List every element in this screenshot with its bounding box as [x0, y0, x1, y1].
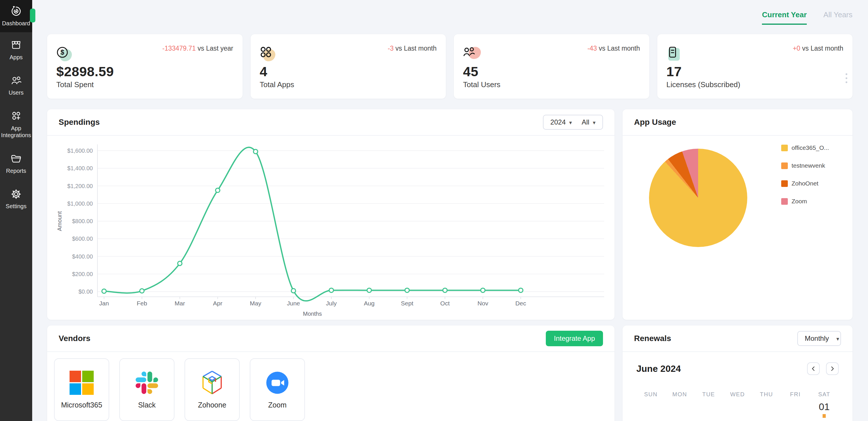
main-content: Current Year All Years $ -133479.71 vs L…	[32, 0, 868, 421]
sidebar-item-label: Dashboard	[2, 20, 30, 27]
delta-note: -3 vs Last month	[388, 44, 437, 52]
stat-label: Total Spent	[56, 80, 94, 89]
vendor-tile-zohoone[interactable]: Zohoone	[185, 358, 240, 421]
calendar-month-label: June 2024	[636, 363, 681, 374]
renewals-header: Renewals Monthly	[623, 326, 852, 352]
svg-text:Mar: Mar	[175, 300, 185, 306]
weekday-label: WED	[723, 391, 752, 398]
legend-swatch	[781, 145, 788, 151]
stat-label: Total Apps	[260, 80, 294, 89]
stat-card-licenses: +0 vs Last month 17 Licenses (Subscribed…	[657, 34, 853, 99]
spendings-filters: 2024 All	[543, 115, 603, 130]
bottom-row: Vendors Integrate App Microsoft365	[47, 326, 852, 421]
legend-item[interactable]: ZohoOnet	[781, 180, 829, 187]
card-title: Renewals	[634, 334, 671, 343]
delta-note: +0 vs Last month	[793, 44, 843, 52]
calendar-day-row: 01	[636, 401, 839, 418]
sidebar-item-app-integrations[interactable]: App Integrations	[0, 103, 32, 146]
period-dropdown[interactable]: Monthly	[797, 331, 841, 346]
renewals-card: Renewals Monthly June 2024	[623, 326, 852, 421]
legend-label: Zoom	[792, 198, 807, 205]
renewal-marker	[823, 414, 826, 418]
chevron-down-icon	[836, 334, 839, 342]
legend-item[interactable]: office365_O...	[781, 144, 829, 151]
sidebar-item-apps[interactable]: Apps	[0, 32, 32, 67]
svg-text:$0.00: $0.00	[79, 289, 93, 295]
stat-label: Licenses (Subscribed)	[666, 80, 740, 89]
svg-text:$: $	[61, 49, 64, 56]
weekday-label: THU	[752, 391, 781, 398]
legend-item[interactable]: Zoom	[781, 198, 829, 205]
integrate-app-button[interactable]: Integrate App	[546, 331, 603, 346]
calendar-next-button[interactable]	[826, 362, 839, 375]
active-indicator	[30, 9, 35, 23]
tab-all-years[interactable]: All Years	[824, 10, 852, 25]
svg-text:$1,000.00: $1,000.00	[67, 201, 93, 207]
day-number: 01	[810, 401, 839, 412]
stat-value: 4	[260, 64, 268, 79]
vendor-tile-slack[interactable]: Slack	[119, 358, 175, 421]
stat-label: Total Users	[463, 80, 500, 89]
tab-current-year[interactable]: Current Year	[762, 10, 807, 25]
stat-value: 17	[666, 64, 682, 79]
svg-text:Amount: Amount	[56, 211, 63, 231]
chevron-right-icon	[829, 365, 836, 372]
stat-value: $2898.59	[56, 64, 114, 79]
sidebar-item-label: Settings	[6, 203, 26, 210]
vendor-name: Microsoft365	[61, 401, 102, 409]
svg-text:Apr: Apr	[213, 300, 222, 306]
svg-text:$1,400.00: $1,400.00	[67, 165, 93, 171]
spendings-card: Spendings 2024 All $0.00$200.00$400.00$6…	[47, 109, 615, 320]
svg-text:$600.00: $600.00	[72, 236, 93, 242]
weekday-label: MON	[665, 391, 694, 398]
legend-item[interactable]: testnewvenk	[781, 162, 829, 169]
year-filter-value: 2024	[550, 118, 566, 126]
sidebar-item-users[interactable]: Users	[0, 67, 32, 103]
svg-text:$400.00: $400.00	[72, 253, 93, 260]
microsoft-logo	[69, 370, 94, 395]
scope-filter-dropdown[interactable]: All	[582, 118, 595, 126]
legend-swatch	[781, 180, 788, 187]
zohoone-cube-logo	[200, 370, 224, 395]
stat-value: 45	[463, 64, 478, 79]
app-usage-header: App Usage	[623, 109, 852, 136]
stat-card-total-spent: $ -133479.71 vs Last year $2898.59 Total…	[47, 34, 243, 99]
svg-text:May: May	[250, 300, 261, 306]
sidebar-item-reports[interactable]: Reports	[0, 146, 32, 181]
year-filter-dropdown[interactable]: 2024	[550, 118, 572, 126]
vendors-card: Vendors Integrate App Microsoft365	[47, 326, 615, 421]
slack-logo	[134, 370, 159, 395]
vendor-tile-zoom[interactable]: Zoom	[250, 358, 305, 421]
charts-row: Spendings 2024 All $0.00$200.00$400.00$6…	[47, 109, 852, 320]
svg-text:Dec: Dec	[515, 300, 526, 306]
spendings-header: Spendings 2024 All	[47, 109, 615, 136]
year-tabs: Current Year All Years	[47, 10, 852, 25]
delta-note: -43 vs Last month	[587, 44, 640, 52]
sidebar-item-label: Reports	[6, 168, 26, 174]
gear-icon	[10, 188, 22, 200]
app-integrations-icon	[10, 110, 22, 122]
weekday-label: FRI	[781, 391, 810, 398]
pie-legend: office365_O... testnewvenk ZohoOnet Zoom	[781, 144, 829, 205]
svg-text:$1,200.00: $1,200.00	[67, 183, 93, 189]
more-options-icon[interactable]	[844, 71, 849, 85]
calendar-day-01[interactable]: 01	[810, 401, 839, 418]
sidebar-item-settings[interactable]: Settings	[0, 181, 32, 216]
weekday-label: SAT	[810, 391, 839, 398]
chevron-down-icon	[569, 118, 572, 126]
legend-label: office365_O...	[792, 144, 829, 151]
sidebar-item-label: Apps	[9, 54, 23, 61]
svg-text:Feb: Feb	[137, 300, 147, 306]
legend-label: ZohoOnet	[792, 180, 818, 187]
card-title: Vendors	[59, 334, 90, 343]
vendor-tiles: Microsoft365 Slack	[47, 352, 615, 421]
sidebar-item-dashboard[interactable]: Dashboard	[0, 0, 32, 32]
folder-icon	[10, 153, 22, 165]
stat-card-total-users: -43 vs Last month 45 Total Users	[454, 34, 649, 99]
calendar-prev-button[interactable]	[807, 362, 820, 375]
legend-swatch	[781, 162, 788, 169]
vendor-tile-microsoft365[interactable]: Microsoft365	[54, 358, 109, 421]
sidebar: Dashboard Apps Users App Integrations	[0, 0, 32, 421]
legend-swatch	[781, 198, 788, 205]
weekday-label: TUE	[694, 391, 723, 398]
